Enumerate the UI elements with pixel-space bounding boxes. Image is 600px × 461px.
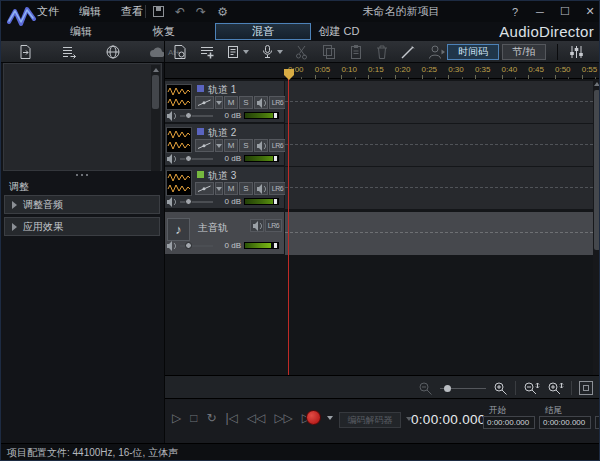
- undo-icon[interactable]: ↶: [175, 6, 185, 18]
- maximize-button[interactable]: ☐: [559, 5, 571, 18]
- mute-button[interactable]: M: [224, 182, 238, 195]
- draw-tool-icon[interactable]: [400, 44, 416, 60]
- download-sounds-globe-icon[interactable]: [105, 44, 121, 60]
- record-mic-icon[interactable]: [260, 44, 283, 60]
- master-track-header[interactable]: ♪ 主音轨 LR6 0 dB: [164, 212, 284, 255]
- channel-button[interactable]: LR6: [265, 219, 282, 232]
- speaker-button[interactable]: [254, 182, 268, 195]
- minimize-button[interactable]: ─: [534, 6, 546, 18]
- playhead-line[interactable]: [288, 79, 289, 375]
- volume-slider[interactable]: [180, 239, 213, 252]
- fit-to-window-icon[interactable]: [579, 381, 593, 395]
- master-track-name[interactable]: 主音轨: [198, 221, 228, 235]
- vertical-zoom-in-icon[interactable]: [547, 381, 564, 396]
- import-folder-icon[interactable]: [61, 44, 77, 60]
- mute-button[interactable]: M: [224, 139, 238, 152]
- redo-icon[interactable]: ↷: [196, 6, 206, 18]
- solo-button[interactable]: S: [239, 139, 253, 152]
- envelope-dropdown[interactable]: [215, 139, 223, 152]
- mute-button[interactable]: M: [224, 96, 238, 109]
- timeline-ruler[interactable]: 0:000:050:100:150:200:250:300:350:400:45…: [284, 63, 600, 79]
- track-name[interactable]: 轨道 2: [208, 126, 236, 140]
- solo-button[interactable]: S: [239, 182, 253, 195]
- speaker-button[interactable]: [250, 219, 264, 232]
- transport-fast-forward-button[interactable]: ▷▷: [274, 411, 292, 425]
- media-library[interactable]: [3, 63, 162, 171]
- track-lane[interactable]: [285, 167, 593, 209]
- panel-divider[interactable]: [164, 41, 165, 443]
- tab-1[interactable]: 恢复: [136, 24, 192, 39]
- transport-loop-button[interactable]: ↻: [206, 411, 216, 425]
- envelope-button[interactable]: [195, 182, 214, 195]
- record-dropdown[interactable]: [277, 50, 283, 54]
- tab-3[interactable]: 创建 CD: [307, 24, 371, 39]
- waveform-thumbnail[interactable]: [166, 170, 192, 196]
- save-icon[interactable]: [153, 6, 164, 17]
- volume-slider[interactable]: [180, 109, 213, 122]
- add-track-icon[interactable]: [199, 44, 215, 60]
- record-button[interactable]: [306, 410, 321, 425]
- adjust-item-label: 调整音频: [23, 198, 63, 212]
- transport-rewind-button[interactable]: ◁◁: [247, 411, 265, 425]
- import-file-icon[interactable]: [17, 44, 33, 60]
- vertical-zoom-out-icon[interactable]: [523, 381, 540, 396]
- volume-slider[interactable]: [180, 195, 213, 208]
- envelope-button[interactable]: [195, 139, 214, 152]
- project-settings-icon[interactable]: [172, 44, 188, 60]
- speaker-button[interactable]: [254, 96, 268, 109]
- track-header[interactable]: 轨道 2 M S LR6 0 dB: [164, 124, 284, 166]
- transport-go-start-button[interactable]: |◁: [226, 411, 238, 425]
- track-name[interactable]: 轨道 3: [208, 169, 236, 183]
- beats-toggle-button[interactable]: 节/拍: [502, 44, 546, 60]
- field-value[interactable]: 0:00:00.000: [483, 416, 535, 429]
- track-header[interactable]: 轨道 1 M S LR6 0 dB: [164, 81, 284, 123]
- field-value[interactable]: 0:00:00.000: [595, 416, 600, 429]
- panel-splitter[interactable]: [1, 171, 164, 179]
- tab-0[interactable]: 编辑: [53, 24, 109, 39]
- scroll-up-icon[interactable]: [153, 68, 159, 72]
- field-value[interactable]: 0:00:00.000: [539, 416, 591, 429]
- speaker-button[interactable]: [254, 139, 268, 152]
- transport-play-button[interactable]: ▷: [172, 411, 181, 425]
- scrollbar-thumb[interactable]: [594, 90, 600, 250]
- track-lane[interactable]: [285, 124, 593, 166]
- scrollbar-thumb[interactable]: [152, 75, 159, 109]
- close-button[interactable]: ✕: [584, 5, 596, 18]
- track-header[interactable]: 轨道 3 M S LR6 0 dB: [164, 167, 284, 209]
- zoom-slider[interactable]: [440, 381, 486, 395]
- menu-item[interactable]: 编辑: [79, 4, 101, 19]
- track-name[interactable]: 轨道 1: [208, 83, 236, 97]
- settings-gear-icon[interactable]: ⚙: [217, 6, 228, 18]
- help-button[interactable]: ?: [509, 6, 521, 18]
- adjust-item-1[interactable]: 应用效果: [4, 217, 160, 236]
- channel-button[interactable]: LR6: [269, 139, 286, 152]
- master-track-lane[interactable]: [285, 212, 593, 255]
- channel-button[interactable]: LR6: [269, 182, 286, 195]
- import-media-icon[interactable]: [226, 44, 249, 60]
- import-media-dropdown[interactable]: [243, 50, 249, 54]
- vertical-scrollbar[interactable]: [593, 79, 600, 375]
- library-scrollbar[interactable]: [151, 65, 160, 171]
- menu-item[interactable]: 查看: [121, 4, 143, 19]
- scroll-up-icon[interactable]: [594, 82, 600, 86]
- adjust-item-0[interactable]: 调整音频: [4, 195, 160, 214]
- channel-button[interactable]: LR6: [269, 96, 286, 109]
- record-options-dropdown[interactable]: [327, 416, 333, 420]
- tab-2[interactable]: 混音: [215, 23, 311, 40]
- envelope-dropdown[interactable]: [215, 182, 223, 195]
- timecode-toggle-button[interactable]: 时间码: [447, 44, 499, 60]
- expand-caret-icon[interactable]: [12, 201, 17, 209]
- envelope-dropdown[interactable]: [215, 96, 223, 109]
- menu-item[interactable]: 文件: [37, 4, 59, 19]
- transport-stop-button[interactable]: □: [190, 411, 197, 425]
- zoom-in-icon[interactable]: [493, 381, 508, 396]
- solo-button[interactable]: S: [239, 96, 253, 109]
- mixer-panel-icon[interactable]: [567, 44, 585, 60]
- envelope-button[interactable]: [195, 96, 214, 109]
- volume-slider[interactable]: [180, 152, 213, 165]
- waveform-thumbnail[interactable]: [166, 84, 192, 110]
- ruler-label: 0:55: [582, 65, 598, 74]
- track-lane[interactable]: [285, 81, 593, 123]
- waveform-thumbnail[interactable]: [166, 127, 192, 153]
- expand-caret-icon[interactable]: [12, 223, 17, 231]
